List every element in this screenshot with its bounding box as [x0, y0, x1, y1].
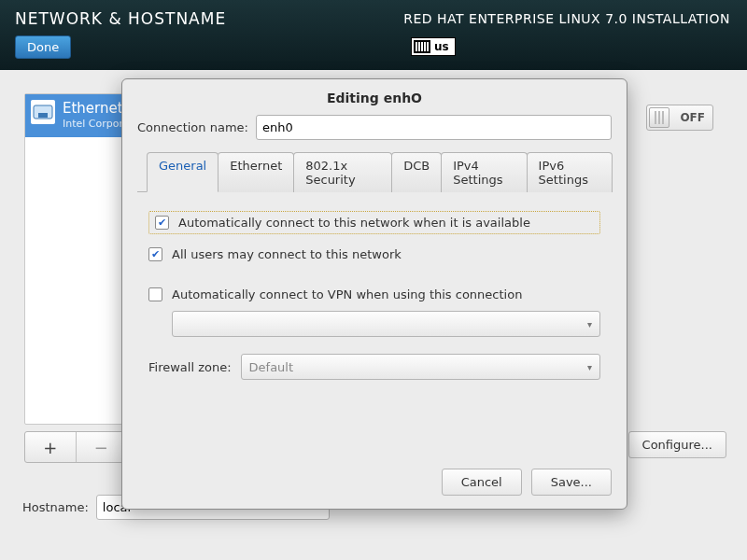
auto-connect-label: Automatically connect to this network wh… — [178, 216, 530, 230]
connection-name-input[interactable] — [256, 115, 612, 140]
configure-button[interactable]: Configure... — [628, 431, 726, 458]
tab-ipv6-settings[interactable]: IPv6 Settings — [527, 152, 613, 192]
tab-8021x-security[interactable]: 802.1x Security — [293, 152, 392, 192]
done-button[interactable]: Done — [15, 35, 71, 59]
svg-rect-1 — [38, 113, 48, 118]
all-users-row[interactable]: All users may connect to this network — [148, 247, 600, 261]
network-toggle[interactable]: OFF — [646, 105, 713, 131]
auto-vpn-label: Automatically connect to VPN when using … — [172, 287, 522, 301]
ethernet-icon — [31, 100, 55, 124]
firewall-zone-select[interactable]: Default ▾ — [241, 354, 600, 380]
installer-header: NETWORK & HOSTNAME RED HAT ENTERPRISE LI… — [0, 0, 747, 70]
toggle-state: OFF — [680, 111, 705, 124]
toggle-knob — [649, 107, 669, 128]
auto-vpn-row[interactable]: Automatically connect to VPN when using … — [148, 287, 600, 301]
keyboard-layout-text: us — [434, 40, 449, 53]
cancel-button[interactable]: Cancel — [442, 469, 522, 496]
auto-connect-checkbox[interactable] — [155, 216, 169, 230]
tab-ipv4-settings[interactable]: IPv4 Settings — [441, 152, 527, 192]
device-toolbar: + − — [24, 431, 127, 463]
auto-connect-row[interactable]: Automatically connect to this network wh… — [148, 211, 600, 234]
chevron-down-icon: ▾ — [587, 319, 592, 329]
tab-general[interactable]: General — [147, 152, 218, 192]
all-users-label: All users may connect to this network — [172, 247, 402, 261]
all-users-checkbox[interactable] — [148, 247, 162, 261]
firewall-zone-row: Firewall zone: Default ▾ — [148, 354, 600, 380]
installer-title: RED HAT ENTERPRISE LINUX 7.0 INSTALLATIO… — [403, 11, 730, 26]
edit-connection-dialog: Editing enhO Connection name: General Et… — [121, 78, 627, 510]
hostname-label: Hostname: — [22, 500, 89, 514]
tab-panel-general: Automatically connect to this network wh… — [137, 192, 612, 448]
firewall-zone-value: Default — [249, 360, 294, 374]
auto-vpn-checkbox[interactable] — [148, 287, 162, 301]
keyboard-layout-indicator[interactable]: us — [411, 37, 456, 56]
tab-dcb[interactable]: DCB — [391, 152, 442, 192]
remove-device-button[interactable]: − — [77, 432, 127, 462]
add-device-button[interactable]: + — [25, 432, 77, 462]
vpn-select[interactable]: ▾ — [172, 311, 600, 337]
chevron-down-icon: ▾ — [587, 362, 592, 372]
page-title: NETWORK & HOSTNAME — [15, 9, 226, 28]
tab-ethernet[interactable]: Ethernet — [218, 152, 294, 192]
save-button[interactable]: Save... — [531, 469, 612, 496]
dialog-title: Editing enhO — [122, 79, 627, 115]
keyboard-icon — [414, 40, 430, 53]
firewall-zone-label: Firewall zone: — [148, 360, 232, 374]
dialog-footer: Cancel Save... — [122, 459, 627, 509]
connection-name-label: Connection name: — [137, 120, 248, 134]
dialog-tabs: General Ethernet 802.1x Security DCB IPv… — [137, 151, 612, 192]
